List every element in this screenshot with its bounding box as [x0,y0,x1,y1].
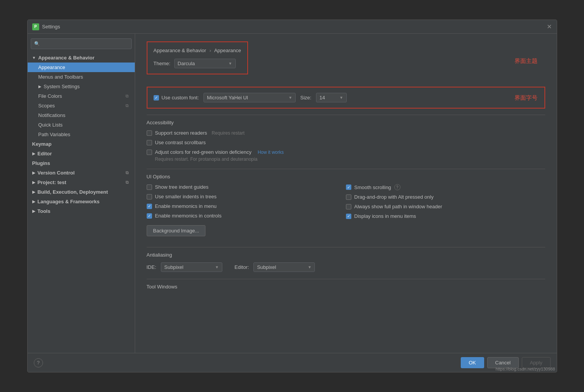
size-dropdown[interactable]: 14 ▼ [316,93,347,102]
sidebar-label: Path Variables [38,132,71,137]
ide-aa-dropdown[interactable]: Subpixel ▼ [161,262,222,272]
sidebar-label: Appearance [38,64,65,70]
theme-dropdown[interactable]: Darcula ▼ [174,59,236,68]
theme-value: Darcula [178,61,195,66]
help-icon[interactable]: ? [394,184,400,190]
sidebar-item-notifications[interactable]: Notifications [28,110,135,120]
accessibility-title: Accessibility [147,120,545,125]
background-image-button[interactable]: Background Image... [147,225,206,236]
font-dropdown[interactable]: Microsoft YaHei UI ▼ [203,93,296,102]
smooth-scrolling-checkbox[interactable] [346,184,351,190]
sidebar-item-keymap[interactable]: Keymap [28,139,135,149]
antialiasing-section: Antialiasing IDE: Subpixel ▼ Editor: Sub… [147,252,545,272]
ui-options-right: Smooth scrolling ? Drag-and-drop with Al… [346,184,545,223]
enable-mnemonics-controls-checkbox[interactable] [147,213,152,219]
panel-content: Appearance & Behavior › Appearance Theme… [135,34,557,306]
show-tree-indent-checkbox[interactable] [147,184,152,190]
adjust-colors-block: Adjust colors for red-green vision defic… [147,149,545,162]
sidebar-label: Project: test [38,180,66,185]
show-full-path-checkbox[interactable] [346,204,351,209]
sidebar-item-file-colors[interactable]: File Colors ⧉ [28,91,135,101]
sidebar-label: Scopes [38,103,55,109]
expand-arrow: ▶ [32,171,35,175]
close-button[interactable]: ✕ [547,24,552,30]
enable-mnemonics-menu-label: Enable mnemonics in menu [155,203,217,209]
bottom-bar: ? OK Cancel Apply https://blog.csdn.net/… [28,353,557,372]
titlebar: P Settings ✕ [28,20,557,34]
sidebar-label: System Settings [44,84,80,89]
copy-icon: ⧉ [126,180,129,185]
ui-options-left: Show tree indent guides Use smaller inde… [147,184,346,223]
size-label: Size: [300,95,311,100]
custom-font-checkbox-label[interactable]: Use custom font: [154,95,199,100]
requires-restart-note: Requires restart [212,130,244,136]
sidebar-item-path-variables[interactable]: Path Variables [28,130,135,139]
editor-aa-dropdown[interactable]: Subpixel ▼ [253,262,315,272]
sidebar-item-quick-lists[interactable]: Quick Lists [28,120,135,130]
adjust-colors-checkbox[interactable] [147,150,152,155]
sidebar-item-menus-toolbars[interactable]: Menus and Toolbars [28,72,135,82]
breadcrumb-part1: Appearance & Behavior [154,48,206,53]
show-full-path-label: Always show full path in window header [354,204,442,209]
sidebar-label: Keymap [32,141,52,147]
expand-arrow: ▶ [38,84,41,89]
sidebar-label: Languages & Frameworks [38,199,100,204]
divider [147,247,545,247]
contrast-scrollbars-checkbox[interactable] [147,140,152,145]
expand-arrow: ▶ [32,199,35,204]
smooth-scrolling-label: Smooth scrolling [354,184,391,190]
adjust-colors-label: Adjust colors for red-green vision defic… [155,149,251,155]
sidebar-item-appearance[interactable]: Appearance [28,63,135,72]
sidebar-item-appearance-behavior[interactable]: ▼ Appearance & Behavior [28,53,135,63]
enable-mnemonics-menu-checkbox[interactable] [147,204,152,209]
ok-button[interactable]: OK [461,357,484,368]
sidebar-label: Appearance & Behavior [38,55,94,61]
divider [147,115,545,115]
sidebar-item-plugins[interactable]: Plugins [28,158,135,168]
theme-row: Theme: Darcula ▼ [154,59,241,68]
contrast-scrollbars-row: Use contrast scrollbars [147,140,545,145]
sidebar-label: File Colors [38,93,62,99]
ide-aa-label: IDE: [147,264,156,270]
help-button[interactable]: ? [34,358,43,367]
size-value: 14 [319,95,325,100]
sidebar-item-build-execution[interactable]: ▶ Build, Execution, Deployment [28,187,135,197]
theme-label: Theme: [154,61,170,66]
search-box[interactable]: 🔍 [31,38,132,49]
search-icon: 🔍 [34,41,40,46]
drag-drop-alt-label: Drag-and-drop with Alt pressed only [354,194,434,200]
sidebar-label: Version Control [38,170,75,176]
support-screen-readers-checkbox[interactable] [147,130,152,136]
breadcrumb-part2: Appearance [214,48,241,53]
smaller-indents-checkbox[interactable] [147,194,152,199]
chevron-down-icon: ▼ [215,265,219,269]
sidebar-label: Editor [38,151,52,156]
antialiasing-title: Antialiasing [147,252,545,258]
copy-icon: ⧉ [126,103,129,108]
smooth-scrolling-row: Smooth scrolling ? [346,184,545,190]
ui-options-grid: Show tree indent guides Use smaller inde… [147,184,545,223]
sidebar-item-scopes[interactable]: Scopes ⧉ [28,101,135,110]
window-title: Settings [42,24,547,30]
display-icons-label: Display icons in menu items [354,213,416,219]
tool-windows-title: Tool Windows [147,284,545,290]
custom-font-checkbox[interactable] [154,95,159,100]
drag-drop-alt-checkbox[interactable] [346,194,351,200]
sidebar-item-project-test[interactable]: ▶ Project: test ⧉ [28,178,135,187]
display-icons-checkbox[interactable] [346,214,351,219]
smaller-indents-label: Use smaller indents in trees [155,194,217,199]
sidebar-item-system-settings[interactable]: ▶ System Settings [28,82,135,91]
main-panel: Appearance & Behavior › Appearance Theme… [135,34,557,353]
antialiasing-row: IDE: Subpixel ▼ Editor: Subpixel ▼ [147,262,545,272]
sidebar-item-editor[interactable]: ▶ Editor [28,149,135,158]
font-section: Use custom font: Microsoft YaHei UI ▼ Si… [147,87,545,109]
divider [147,279,545,279]
how-it-works-link[interactable]: How it works [258,150,284,155]
support-screen-readers-label: Support screen readers [155,130,207,136]
sidebar-item-version-control[interactable]: ▶ Version Control ⧉ [28,168,135,178]
sidebar-item-languages-frameworks[interactable]: ▶ Languages & Frameworks [28,197,135,206]
sidebar-item-tools[interactable]: ▶ Tools [28,206,135,216]
chevron-down-icon: ▼ [308,265,311,269]
editor-aa-value: Subpixel [257,264,276,270]
sidebar-label: Build, Execution, Deployment [38,189,108,195]
